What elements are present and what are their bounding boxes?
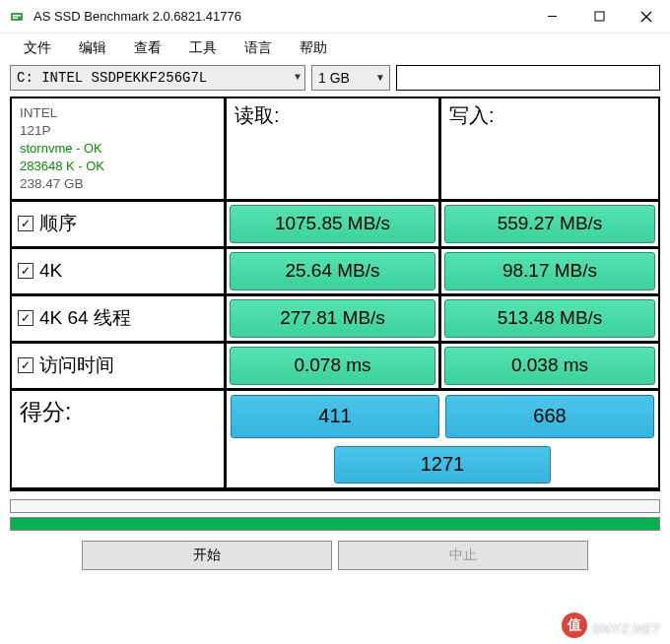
watermark-text: SMYZ.NET xyxy=(591,621,660,636)
score-read: 411 xyxy=(231,395,439,438)
start-button[interactable]: 开始 xyxy=(82,541,332,570)
label-text: 4K xyxy=(39,260,62,282)
row-label-seq: ✓ 顺序 xyxy=(12,202,227,246)
label-text: 访问时间 xyxy=(39,353,114,378)
label-text: 顺序 xyxy=(39,211,77,236)
drive-select-value: C: INTEL SSDPEKKF256G7L xyxy=(17,66,207,90)
svg-rect-4 xyxy=(595,12,604,21)
svg-rect-1 xyxy=(13,15,21,17)
drive-capacity: 238.47 GB xyxy=(20,175,216,193)
svg-rect-0 xyxy=(11,13,23,21)
drive-select[interactable]: C: INTEL SSDPEKKF256G7L ▼ xyxy=(10,65,305,91)
row-4k: ✓ 4K 25.64 MB/s 98.17 MB/s xyxy=(12,249,658,296)
row-label-4k64: ✓ 4K 64 线程 xyxy=(12,296,227,341)
checkbox-seq[interactable]: ✓ xyxy=(18,216,34,231)
label-text: 4K 64 线程 xyxy=(39,305,131,331)
menu-language[interactable]: 语言 xyxy=(231,37,286,59)
menu-tools[interactable]: 工具 xyxy=(175,37,231,59)
title-bar: AS SSD Benchmark 2.0.6821.41776 xyxy=(0,0,670,33)
result-grid: INTEL 121P stornvme - OK 283648 K - OK 2… xyxy=(10,97,660,491)
fk64-write-value: 513.48 MB/s xyxy=(444,299,655,338)
driver-status: stornvme - OK xyxy=(20,140,216,158)
fourk-read-value: 25.64 MB/s xyxy=(230,252,436,290)
progress-bar-overall xyxy=(10,517,660,531)
fourk-write-value: 98.17 MB/s xyxy=(444,252,655,290)
alignment-status: 283648 K - OK xyxy=(20,158,216,175)
menu-bar: 文件 编辑 查看 工具 语言 帮助 xyxy=(0,33,670,65)
drive-info: INTEL 121P stornvme - OK 283648 K - OK 2… xyxy=(12,98,227,199)
read-header: 读取: xyxy=(227,98,441,199)
button-row: 开始 中止 xyxy=(0,535,670,570)
row-access: ✓ 访问时间 0.078 ms 0.038 ms xyxy=(12,344,658,391)
menu-view[interactable]: 查看 xyxy=(120,37,175,59)
size-select-value: 1 GB xyxy=(318,66,350,90)
svg-rect-2 xyxy=(13,17,18,19)
drive-model: INTEL xyxy=(20,104,216,122)
info-field xyxy=(396,65,660,91)
score-write: 668 xyxy=(445,395,654,438)
close-button[interactable] xyxy=(623,0,670,32)
progress-bar-task xyxy=(10,499,660,513)
drive-firmware: 121P xyxy=(20,122,216,140)
minimize-button[interactable] xyxy=(528,0,575,32)
app-icon xyxy=(8,8,26,26)
watermark-badge: 值 xyxy=(562,612,587,638)
row-label-access: ✓ 访问时间 xyxy=(12,344,227,388)
size-select[interactable]: 1 GB ▼ xyxy=(311,65,390,91)
checkbox-4k64[interactable]: ✓ xyxy=(18,310,34,326)
chevron-down-icon: ▼ xyxy=(375,66,385,90)
maximize-button[interactable] xyxy=(575,0,623,32)
window-controls xyxy=(528,0,670,32)
seq-read-value: 1075.85 MB/s xyxy=(230,205,436,243)
chevron-down-icon: ▼ xyxy=(295,66,301,90)
seq-write-value: 559.27 MB/s xyxy=(444,205,655,243)
progress-area xyxy=(10,491,660,531)
acc-read-value: 0.078 ms xyxy=(230,347,436,385)
write-header: 写入: xyxy=(441,98,658,199)
selector-row: C: INTEL SSDPEKKF256G7L ▼ 1 GB ▼ xyxy=(0,65,670,95)
row-4k64: ✓ 4K 64 线程 277.81 MB/s 513.48 MB/s xyxy=(12,296,658,344)
menu-help[interactable]: 帮助 xyxy=(286,37,341,59)
score-area: 得分: 411 668 1271 xyxy=(12,391,658,489)
score-total: 1271 xyxy=(334,446,551,483)
header-row: INTEL 121P stornvme - OK 283648 K - OK 2… xyxy=(12,98,658,202)
checkbox-4k[interactable]: ✓ xyxy=(18,263,34,279)
acc-write-value: 0.038 ms xyxy=(444,347,655,385)
row-seq: ✓ 顺序 1075.85 MB/s 559.27 MB/s xyxy=(12,202,658,249)
score-label: 得分: xyxy=(12,391,227,442)
fk64-read-value: 277.81 MB/s xyxy=(230,299,436,338)
menu-edit[interactable]: 编辑 xyxy=(65,37,120,59)
checkbox-access[interactable]: ✓ xyxy=(18,357,34,373)
row-label-4k: ✓ 4K xyxy=(12,249,227,293)
stop-button: 中止 xyxy=(338,541,588,570)
menu-file[interactable]: 文件 xyxy=(10,37,65,59)
window-title: AS SSD Benchmark 2.0.6821.41776 xyxy=(34,9,528,24)
